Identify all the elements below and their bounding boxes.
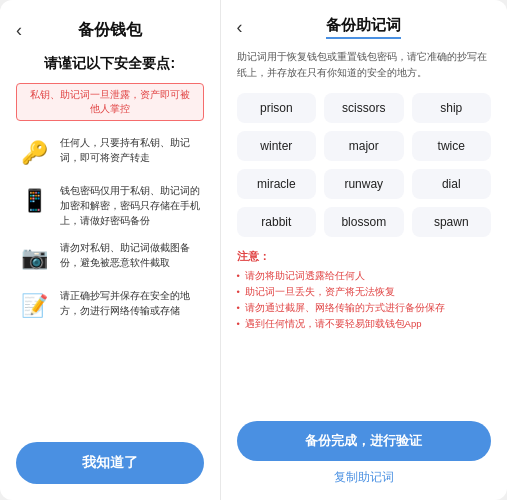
note-item: 请勿将助记词透露给任何人 [237,268,491,284]
right-panel: ‹ 备份助记词 助记词用于恢复钱包或重置钱包密码，请它准确的抄写在纸上，并存放在… [221,0,507,500]
mnemonic-word: winter [237,131,316,161]
security-item-1: 🔑 任何人，只要持有私钥、助记词，即可将资产转走 [16,135,204,171]
right-back-icon[interactable]: ‹ [237,17,243,38]
security-item-3: 📷 请勿对私钥、助记词做截图备份，避免被恶意软件截取 [16,240,204,276]
security-text-2: 钱包密码仅用于私钥、助记词的加密和解密，密码只存储在手机上，请做好密码备份 [60,183,204,228]
left-subtitle: 请谨记以下安全要点: [44,55,175,73]
mnemonic-word: scissors [324,93,403,123]
mnemonic-word: spawn [412,207,491,237]
security-text-3: 请勿对私钥、助记词做截图备份，避免被恶意软件截取 [60,240,204,270]
notes-title: 注意： [237,249,491,264]
mnemonic-grid: prisonscissorsshipwintermajortwicemiracl… [237,93,491,237]
right-header: ‹ 备份助记词 [237,16,491,39]
mnemonic-word: rabbit [237,207,316,237]
mnemonic-word: twice [412,131,491,161]
security-text-1: 任何人，只要持有私钥、助记词，即可将资产转走 [60,135,204,165]
camera-icon: 📷 [16,240,52,276]
note-icon: 📝 [16,288,52,324]
phone-icon: 📱 [16,183,52,219]
left-header: ‹ 备份钱包 [16,20,204,41]
copy-mnemonic-button[interactable]: 复制助记词 [334,469,394,486]
left-title: 备份钱包 [78,20,142,41]
confirm-backup-button[interactable]: 备份完成，进行验证 [237,421,491,461]
note-item: 助记词一旦丢失，资产将无法恢复 [237,284,491,300]
right-bottom-actions: 备份完成，进行验证 复制助记词 [237,421,491,486]
mnemonic-word: dial [412,169,491,199]
mnemonic-word: miracle [237,169,316,199]
mnemonic-word: ship [412,93,491,123]
right-description: 助记词用于恢复钱包或重置钱包密码，请它准确的抄写在纸上，并存放在只有你知道的安全… [237,49,491,81]
left-panel: ‹ 备份钱包 请谨记以下安全要点: 私钥、助记词一旦泄露，资产即可被他人掌控 🔑… [0,0,220,500]
note-item: 请勿通过截屏、网络传输的方式进行备份保存 [237,300,491,316]
mnemonic-word: prison [237,93,316,123]
notes-section: 注意： 请勿将助记词透露给任何人助记词一旦丢失，资产将无法恢复请勿通过截屏、网络… [237,249,491,333]
left-back-icon[interactable]: ‹ [16,20,22,41]
mnemonic-word: runway [324,169,403,199]
security-items-list: 🔑 任何人，只要持有私钥、助记词，即可将资产转走 📱 钱包密码仅用于私钥、助记词… [16,135,204,432]
understood-button[interactable]: 我知道了 [16,442,204,484]
security-item-4: 📝 请正确抄写并保存在安全的地方，勿进行网络传输或存储 [16,288,204,324]
warning-badge: 私钥、助记词一旦泄露，资产即可被他人掌控 [16,83,204,121]
mnemonic-word: major [324,131,403,161]
mnemonic-word: blossom [324,207,403,237]
note-item: 遇到任何情况，请不要轻易卸载钱包App [237,316,491,332]
right-title: 备份助记词 [326,16,401,39]
key-icon: 🔑 [16,135,52,171]
security-item-2: 📱 钱包密码仅用于私钥、助记词的加密和解密，密码只存储在手机上，请做好密码备份 [16,183,204,228]
security-text-4: 请正确抄写并保存在安全的地方，勿进行网络传输或存储 [60,288,204,318]
